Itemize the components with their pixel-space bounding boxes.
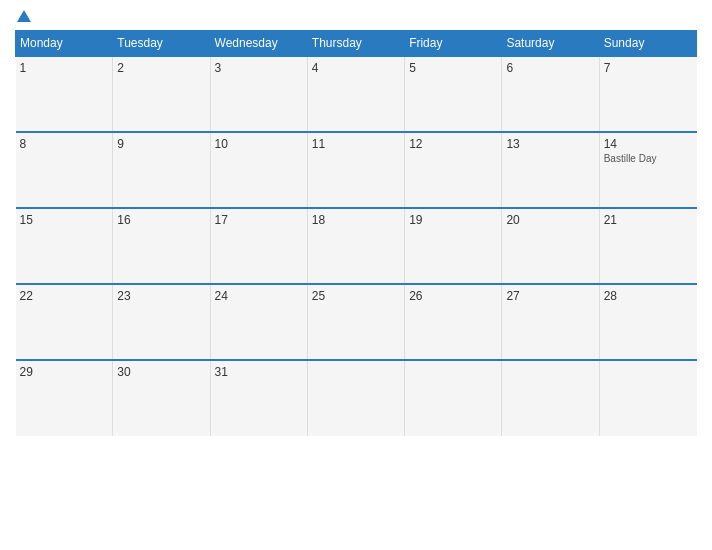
day-number: 6: [506, 61, 594, 75]
day-cell: 23: [113, 284, 210, 360]
day-cell: 8: [16, 132, 113, 208]
day-number: 22: [20, 289, 109, 303]
day-number: 11: [312, 137, 400, 151]
day-header-sunday: Sunday: [599, 31, 696, 57]
event-label: Bastille Day: [604, 153, 693, 164]
week-row-1: 1234567: [16, 56, 697, 132]
week-row-4: 22232425262728: [16, 284, 697, 360]
day-cell: 9: [113, 132, 210, 208]
day-cell: 19: [405, 208, 502, 284]
day-cell: 4: [307, 56, 404, 132]
day-number: 20: [506, 213, 594, 227]
day-number: 4: [312, 61, 400, 75]
day-cell: 20: [502, 208, 599, 284]
day-cell: 1: [16, 56, 113, 132]
day-cell: 29: [16, 360, 113, 436]
day-cell: 14Bastille Day: [599, 132, 696, 208]
day-number: 13: [506, 137, 594, 151]
day-cell: 7: [599, 56, 696, 132]
day-header-monday: Monday: [16, 31, 113, 57]
day-cell: 6: [502, 56, 599, 132]
day-number: 16: [117, 213, 205, 227]
day-number: 21: [604, 213, 693, 227]
day-cell: [307, 360, 404, 436]
day-number: 9: [117, 137, 205, 151]
day-number: 14: [604, 137, 693, 151]
day-cell: 27: [502, 284, 599, 360]
day-cell: 18: [307, 208, 404, 284]
day-number: 10: [215, 137, 303, 151]
day-cell: 25: [307, 284, 404, 360]
day-number: 18: [312, 213, 400, 227]
day-header-row: MondayTuesdayWednesdayThursdayFridaySatu…: [16, 31, 697, 57]
day-number: 19: [409, 213, 497, 227]
day-number: 15: [20, 213, 109, 227]
day-number: 8: [20, 137, 109, 151]
day-cell: 12: [405, 132, 502, 208]
day-cell: 21: [599, 208, 696, 284]
day-cell: 28: [599, 284, 696, 360]
day-cell: [502, 360, 599, 436]
day-cell: 22: [16, 284, 113, 360]
calendar-table: MondayTuesdayWednesdayThursdayFridaySatu…: [15, 30, 697, 436]
calendar-header: [15, 10, 697, 22]
day-number: 2: [117, 61, 205, 75]
day-cell: [599, 360, 696, 436]
day-number: 29: [20, 365, 109, 379]
day-number: 23: [117, 289, 205, 303]
day-cell: [405, 360, 502, 436]
day-number: 5: [409, 61, 497, 75]
day-number: 26: [409, 289, 497, 303]
day-header-wednesday: Wednesday: [210, 31, 307, 57]
day-cell: 30: [113, 360, 210, 436]
day-cell: 24: [210, 284, 307, 360]
day-header-tuesday: Tuesday: [113, 31, 210, 57]
day-number: 28: [604, 289, 693, 303]
day-header-thursday: Thursday: [307, 31, 404, 57]
logo: [15, 10, 31, 22]
day-cell: 31: [210, 360, 307, 436]
day-header-saturday: Saturday: [502, 31, 599, 57]
day-header-friday: Friday: [405, 31, 502, 57]
day-cell: 17: [210, 208, 307, 284]
day-number: 27: [506, 289, 594, 303]
day-cell: 26: [405, 284, 502, 360]
day-number: 12: [409, 137, 497, 151]
day-number: 24: [215, 289, 303, 303]
logo-triangle-icon: [17, 10, 31, 22]
day-cell: 10: [210, 132, 307, 208]
day-cell: 2: [113, 56, 210, 132]
day-number: 30: [117, 365, 205, 379]
day-cell: 3: [210, 56, 307, 132]
day-cell: 13: [502, 132, 599, 208]
day-cell: 5: [405, 56, 502, 132]
week-row-3: 15161718192021: [16, 208, 697, 284]
calendar-container: MondayTuesdayWednesdayThursdayFridaySatu…: [0, 0, 712, 550]
day-cell: 11: [307, 132, 404, 208]
week-row-2: 891011121314Bastille Day: [16, 132, 697, 208]
day-number: 17: [215, 213, 303, 227]
day-number: 31: [215, 365, 303, 379]
day-number: 7: [604, 61, 693, 75]
day-cell: 15: [16, 208, 113, 284]
day-number: 1: [20, 61, 109, 75]
day-number: 25: [312, 289, 400, 303]
day-cell: 16: [113, 208, 210, 284]
week-row-5: 293031: [16, 360, 697, 436]
day-number: 3: [215, 61, 303, 75]
